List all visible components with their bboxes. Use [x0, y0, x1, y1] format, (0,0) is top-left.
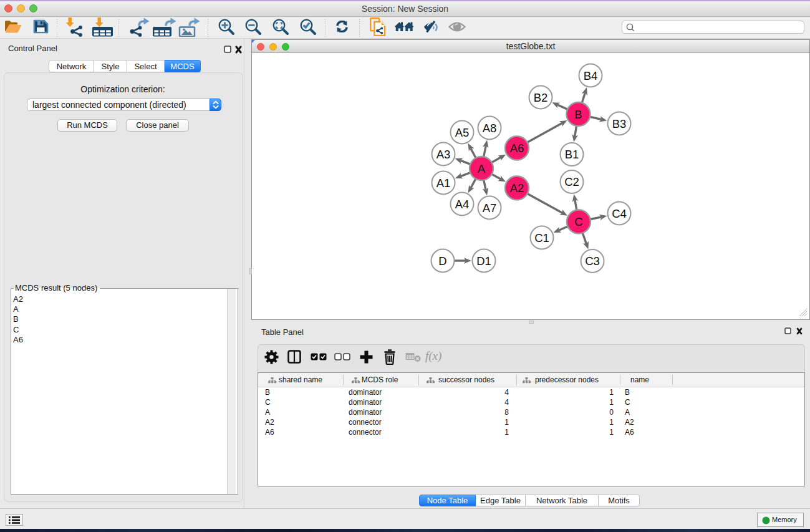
svg-text:A2: A2 — [510, 181, 524, 195]
svg-text:D1: D1 — [476, 254, 491, 268]
svg-text:B4: B4 — [584, 69, 598, 82]
svg-text:A6: A6 — [510, 142, 524, 155]
svg-text:B2: B2 — [534, 91, 548, 104]
svg-text:C3: C3 — [585, 254, 600, 268]
svg-text:B1: B1 — [565, 148, 579, 161]
svg-text:D: D — [438, 254, 446, 268]
svg-text:A5: A5 — [455, 126, 470, 139]
svg-text:A3: A3 — [436, 148, 451, 161]
svg-text:C1: C1 — [534, 231, 549, 244]
svg-text:C: C — [574, 215, 582, 228]
svg-text:B: B — [574, 108, 582, 121]
svg-text:A7: A7 — [483, 201, 497, 215]
svg-text:A1: A1 — [436, 177, 451, 190]
svg-text:C2: C2 — [564, 175, 579, 188]
svg-text:A4: A4 — [455, 198, 470, 211]
svg-text:C4: C4 — [612, 207, 627, 220]
svg-text:B3: B3 — [612, 117, 627, 130]
svg-text:A: A — [478, 162, 486, 175]
svg-text:A8: A8 — [483, 122, 497, 135]
